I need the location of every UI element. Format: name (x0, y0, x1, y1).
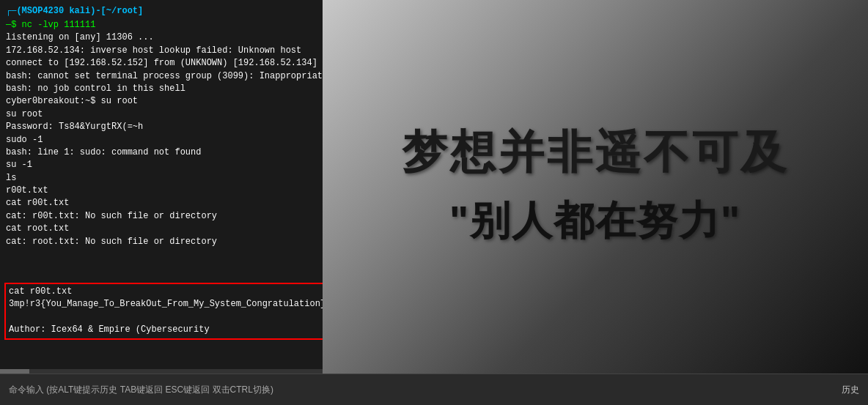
terminal-line: bash: no job control in this shell (6, 83, 331, 95)
terminal-panel[interactable]: ┌─(MSOP4230 kali)-[~/root] ─$ nc -lvp 11… (0, 0, 337, 374)
motivational-text-2: "别人都在努力" (449, 194, 741, 248)
terminal-line: ─$ nc -lvp 111111 (6, 19, 331, 31)
terminal-line: su root (6, 108, 331, 121)
terminal-author: Author: Icex64 & Empire (Cybersecurity (9, 324, 323, 336)
bottom-hint: 命令输入 (按ALT键提示历史 TAB键返回 ESC键返回 双击CTRL切换) (9, 384, 273, 396)
terminal-line: Password: Ts84&YurgtRX(=~h (6, 121, 331, 133)
motivational-text-1: 梦想并非遥不可及 (402, 125, 789, 179)
terminal-flag: 3mp!r3{You_Manage_To_BreakOut_From_My_Sy… (9, 298, 323, 311)
terminal-line: 172.168.52.134: inverse host lookup fail… (6, 45, 331, 57)
terminal-line: cat: r00t.txt: No such file or directory (6, 210, 331, 223)
terminal-line: cat r00t.txt (9, 286, 323, 298)
terminal-line: sudo -1 (6, 134, 331, 146)
terminal-line: su -1 (6, 159, 331, 171)
terminal-line: cat root.txt (6, 223, 331, 235)
bottom-right-label[interactable]: 历史 (842, 384, 859, 396)
terminal-line: connect to [192.168.52.152] from (UNKNOW… (6, 57, 331, 70)
bottom-bar: 命令输入 (按ALT键提示历史 TAB键返回 ESC键返回 双击CTRL切换) … (0, 374, 868, 405)
terminal-title: ┌─(MSOP4230 kali)-[~/root] (6, 4, 331, 18)
terminal-line: r00t.txt (6, 185, 331, 197)
right-panel: 梦想并非遥不可及 "别人都在努力" (323, 0, 868, 374)
terminal-line: cat r00t.txt (6, 197, 331, 209)
terminal-line: listening on [any] 11306 ... (6, 31, 331, 44)
terminal-line (9, 311, 323, 324)
highlight-box: cat r00t.txt 3mp!r3{You_Manage_To_BreakO… (4, 283, 327, 340)
terminal-line: cat: root.txt: No such file or directory (6, 236, 331, 248)
terminal-line: bash: line 1: sudo: command not found (6, 146, 331, 159)
terminal-line: ls (6, 172, 331, 185)
terminal-line: bash: cannot set terminal process group … (6, 70, 331, 83)
terminal-line: cyber0breakout:~$ su root (6, 95, 331, 108)
